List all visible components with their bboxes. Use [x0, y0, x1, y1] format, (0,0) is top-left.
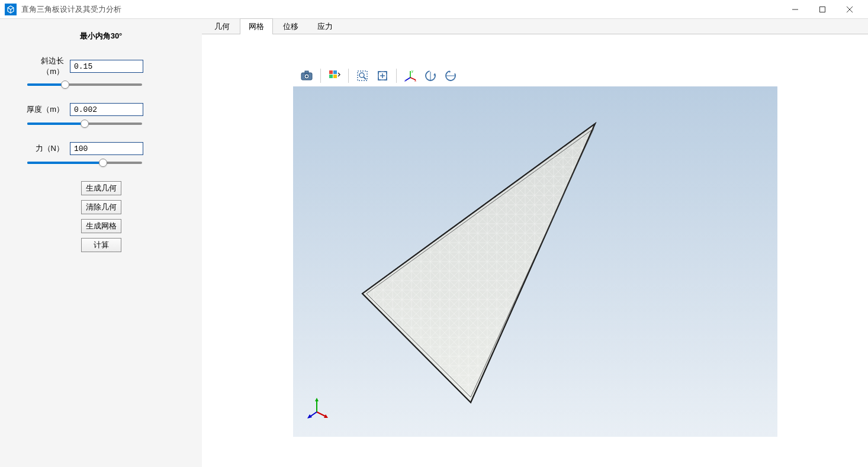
zoom-window-icon[interactable]: [353, 67, 371, 85]
toolbar-separator: [396, 69, 397, 83]
svg-text:x: x: [414, 79, 416, 82]
viewport-container: y x z: [202, 34, 868, 467]
tab-stress[interactable]: 应力: [308, 18, 342, 34]
generate-geometry-button[interactable]: 生成几何: [81, 181, 121, 195]
sidebar-title: 最小内角30°: [22, 31, 179, 41]
svg-rect-1: [820, 7, 825, 12]
svg-rect-8: [329, 70, 333, 74]
svg-rect-5: [305, 71, 308, 73]
svg-marker-27: [362, 124, 595, 402]
rotate-horizontal-icon[interactable]: [422, 67, 439, 85]
title-left: 直角三角板设计及其受力分析: [5, 4, 121, 15]
force-row: 力（N）: [22, 142, 179, 155]
thickness-label: 厚度（m）: [22, 104, 70, 115]
viewport-toolbar: y x z: [293, 65, 777, 86]
camera-icon[interactable]: [298, 67, 316, 85]
svg-text:y: y: [412, 69, 413, 73]
svg-rect-11: [333, 75, 337, 78]
svg-point-13: [359, 73, 364, 78]
svg-rect-9: [333, 70, 337, 74]
button-stack: 生成几何 清除几何 生成网格 计算: [22, 181, 179, 252]
close-button[interactable]: [836, 1, 863, 18]
hypotenuse-slider[interactable]: [27, 79, 142, 90]
svg-text:z: z: [404, 79, 406, 82]
svg-line-14: [364, 77, 366, 79]
svg-line-18: [406, 78, 410, 80]
svg-rect-10: [329, 75, 333, 78]
viewport-canvas[interactable]: [293, 86, 777, 437]
force-slider[interactable]: [27, 157, 142, 168]
compute-button[interactable]: 计算: [81, 238, 121, 252]
rotate-vertical-icon[interactable]: [442, 67, 459, 85]
thickness-input[interactable]: [70, 103, 143, 116]
minimize-button[interactable]: [782, 1, 809, 18]
svg-point-7: [306, 75, 308, 78]
hypotenuse-row: 斜边长（m）: [22, 56, 179, 77]
thickness-slider[interactable]: [27, 118, 142, 129]
main-content: 最小内角30° 斜边长（m） 厚度（m） 力（N）: [0, 19, 868, 467]
tab-displacement[interactable]: 位移: [274, 18, 307, 34]
hypotenuse-slider-row: [22, 79, 179, 90]
toolbar-separator: [320, 69, 321, 83]
sidebar: 最小内角30° 斜边长（m） 厚度（m） 力（N）: [0, 19, 202, 467]
isometric-icon[interactable]: [326, 67, 343, 85]
zoom-fit-icon[interactable]: [374, 67, 391, 85]
generate-mesh-button[interactable]: 生成网格: [81, 219, 121, 233]
window-controls: [782, 1, 863, 18]
svg-line-31: [317, 412, 326, 417]
title-bar: 直角三角板设计及其受力分析: [0, 0, 868, 19]
app-title: 直角三角板设计及其受力分析: [21, 4, 121, 15]
tabs: 几何 网格 位移 应力: [202, 19, 868, 34]
thickness-slider-row: [22, 118, 179, 129]
tab-geometry[interactable]: 几何: [205, 18, 239, 34]
hypotenuse-input[interactable]: [70, 60, 143, 73]
tab-mesh[interactable]: 网格: [240, 18, 273, 34]
force-label: 力（N）: [22, 143, 70, 154]
axis-indicator-icon: [306, 397, 330, 420]
thickness-row: 厚度（m）: [22, 103, 179, 116]
force-slider-row: [22, 157, 179, 168]
clear-geometry-button[interactable]: 清除几何: [81, 200, 121, 214]
toolbar-separator: [348, 69, 349, 83]
axes-icon[interactable]: y x z: [401, 67, 419, 85]
hypotenuse-label: 斜边长（m）: [22, 56, 70, 77]
maximize-button[interactable]: [809, 1, 836, 18]
viewport: y x z: [293, 65, 777, 437]
app-icon: [5, 4, 17, 15]
mesh-triangle: [293, 86, 777, 437]
content-area: 几何 网格 位移 应力: [202, 19, 868, 467]
force-input[interactable]: [70, 142, 143, 155]
